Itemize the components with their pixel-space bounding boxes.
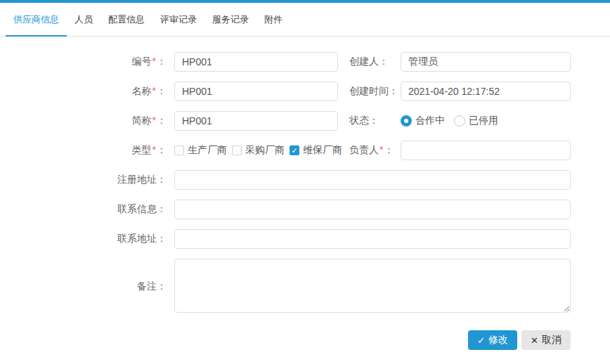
cancel-button-label: 取消 — [542, 334, 562, 346]
supplier-form: 编号*： 创建人： 名称*： 创建时间： 简称*： 状态： 合作中 已停用 类型… — [0, 52, 571, 350]
required-asterisk: * — [152, 115, 156, 126]
checkbox-option-purchasing[interactable]: 采购厂商 — [232, 144, 285, 157]
remark-textarea[interactable] — [174, 259, 571, 313]
status-radio-group: 合作中 已停用 — [401, 115, 571, 127]
status-label: 状态： — [349, 115, 401, 127]
type-checkbox-group: 生产厂商 采购厂商 ✓ 维保厂商 — [174, 144, 338, 157]
checkbox-option-label: 维保厂商 — [303, 144, 342, 157]
radio-option-label: 合作中 — [415, 115, 445, 127]
contact-info-input[interactable] — [174, 200, 571, 219]
short-name-label: 简称*： — [0, 115, 174, 127]
required-asterisk: * — [152, 144, 156, 155]
close-icon: ✕ — [531, 335, 538, 346]
creator-input[interactable] — [401, 52, 571, 72]
modify-button-label: 修改 — [488, 334, 508, 346]
radio-option-cooperating[interactable]: 合作中 — [401, 115, 445, 127]
checkbox-option-manufacturer[interactable]: 生产厂商 — [174, 144, 227, 157]
check-icon: ✓ — [477, 335, 485, 346]
row-type-manager: 类型*： 生产厂商 采购厂商 ✓ 维保厂商 负责人*： — [0, 141, 571, 160]
form-actions: ✓ 修改 ✕ 取消 — [0, 330, 571, 350]
manager-label: 负责人*： — [349, 144, 401, 157]
tab-service-records[interactable]: 服务记录 — [205, 3, 257, 37]
modify-button[interactable]: ✓ 修改 — [468, 330, 517, 350]
reg-address-input[interactable] — [174, 170, 571, 190]
row-remark: 备注： — [0, 259, 571, 315]
manager-input[interactable] — [401, 141, 571, 160]
reg-address-label: 注册地址： — [0, 174, 174, 186]
checkbox-unchecked-icon[interactable] — [174, 145, 184, 155]
row-name-createdtime: 名称*： 创建时间： — [0, 82, 571, 101]
checkbox-option-label: 采购厂商 — [245, 144, 285, 157]
creator-label: 创建人： — [349, 56, 401, 68]
tab-config-info[interactable]: 配置信息 — [100, 3, 152, 37]
contact-address-input[interactable] — [174, 229, 571, 249]
row-contact-info: 联系信息： — [0, 200, 571, 219]
row-code-creator: 编号*： 创建人： — [0, 52, 571, 72]
row-reg-address: 注册地址： — [0, 170, 571, 190]
name-input[interactable] — [174, 82, 338, 101]
short-name-input[interactable] — [174, 111, 338, 131]
checkbox-unchecked-icon[interactable] — [232, 145, 242, 155]
tab-review-records[interactable]: 评审记录 — [152, 3, 205, 37]
tab-personnel[interactable]: 人员 — [67, 3, 100, 37]
radio-selected-icon[interactable] — [401, 115, 412, 126]
type-label: 类型*： — [0, 144, 174, 157]
required-asterisk: * — [152, 85, 156, 96]
required-asterisk: * — [152, 56, 156, 67]
name-label: 名称*： — [0, 85, 174, 98]
contact-address-label: 联系地址： — [0, 233, 174, 245]
created-time-label: 创建时间： — [349, 85, 401, 98]
tab-bar: 供应商信息 人员 配置信息 评审记录 服务记录 附件 — [0, 3, 610, 37]
checkbox-checked-icon[interactable]: ✓ — [290, 145, 299, 155]
contact-info-label: 联系信息： — [0, 203, 174, 216]
code-label: 编号*： — [0, 56, 174, 68]
remark-label: 备注： — [0, 280, 174, 293]
required-asterisk: * — [379, 144, 383, 155]
cancel-button[interactable]: ✕ 取消 — [521, 330, 571, 350]
row-shortname-status: 简称*： 状态： 合作中 已停用 — [0, 111, 571, 131]
checkbox-option-label: 生产厂商 — [188, 144, 227, 157]
row-contact-address: 联系地址： — [0, 229, 571, 249]
code-input[interactable] — [174, 52, 338, 72]
radio-unselected-icon[interactable] — [454, 115, 465, 126]
checkbox-option-maintenance[interactable]: ✓ 维保厂商 — [290, 144, 342, 157]
radio-option-label: 已停用 — [469, 115, 498, 127]
tab-attachments[interactable]: 附件 — [257, 3, 290, 37]
tab-supplier-info[interactable]: 供应商信息 — [6, 3, 67, 37]
radio-option-deactivated[interactable]: 已停用 — [454, 115, 498, 127]
created-time-input[interactable] — [401, 82, 571, 101]
